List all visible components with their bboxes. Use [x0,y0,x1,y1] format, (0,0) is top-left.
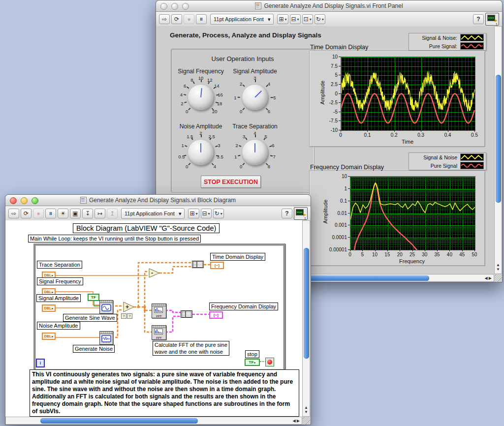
retain-wire-values-button[interactable]: ▣ [70,209,81,218]
font-selector[interactable]: 11pt Application Font ▾ [121,208,185,219]
scrollbar-arrows[interactable]: ◀ ▶ [292,419,300,424]
noise-amplitude-knob[interactable]: 00.511.522.533.54 [176,128,225,177]
y-tick-label: -2.5 [329,100,338,105]
close-button[interactable] [160,3,167,10]
vertical-scrollbar-thumb[interactable] [496,75,501,203]
generate-noise-subvi[interactable] [99,331,113,345]
terminal-label-signal-frequency[interactable]: Signal Frequency [37,277,83,285]
step-over-button[interactable]: ↦ [94,209,105,218]
run-button[interactable]: ⇨ [159,14,170,24]
y-tick-label: 0.00001 [329,247,347,252]
terminal-label-signal-amplitude[interactable]: Signal Amplitude [36,294,81,302]
freq-graph-title: Frequency Domain Display [310,164,384,171]
legend-label: Signal & Noise: [422,35,457,41]
time-domain-graph[interactable]: Amplitude Time 107.552.50-2.5-5-7.5-1000… [309,51,485,147]
x-tick-mark [437,249,438,251]
run-button[interactable]: ⇨ [8,209,19,218]
generate-noise-label[interactable]: Generate Noise [73,345,115,353]
font-selector-value: 11pt Application Font [214,16,264,22]
y-tick-mark [339,112,341,112]
build-array-node-time[interactable] [192,261,204,268]
abort-button[interactable]: ● [33,209,44,218]
highlight-execution-button[interactable]: ☀ [58,209,68,218]
run-continuous-button[interactable]: ⟳ [21,209,32,218]
generate-sine-wave-label[interactable]: Generate Sine Wave [63,314,117,322]
build-array-node-freq[interactable] [181,310,192,318]
freq-plot-area[interactable] [350,176,475,250]
x-tick-label: 0.1 [364,132,371,138]
horizontal-scrollbar[interactable]: ◀ ▶ [5,417,302,425]
true-constant[interactable]: TF [88,294,99,301]
knob-tick-label: 2 [181,101,183,106]
vertical-scrollbar[interactable]: ▲▼ [494,26,502,274]
align-objects-button[interactable]: ⊞▾ [188,209,199,218]
loop-condition-terminal[interactable] [265,358,274,366]
freq-graph-legend[interactable]: Signal & Noise Pure Signal [409,152,486,170]
align-objects-button[interactable]: ⊞▾ [277,14,288,24]
time-graph-legend[interactable]: Signal & Noise: Pure Signal: [409,33,486,51]
terminal-label-noise-amplitude[interactable]: Noise Amplitude [37,322,80,330]
close-button[interactable] [10,197,17,204]
x-tick-label: 0.4 [444,132,451,138]
step-into-button[interactable]: ↧ [82,209,93,218]
time-domain-display-terminal[interactable]: [~] [210,262,224,269]
resize-grip[interactable] [303,417,310,425]
frequency-domain-display-label[interactable]: Frequency Domain Display [209,303,278,310]
step-out-button[interactable]: ↥ [107,209,118,218]
vi-icon[interactable]: ➤ 1 [485,13,499,26]
block-diagram-window[interactable]: Generate Analyze And Display Signals.vi … [5,194,311,425]
fft-subvi-2[interactable]: FFT [152,325,166,340]
front-panel-titlebar[interactable]: Generate Analyze And Display Signals.vi … [156,0,502,12]
vertical-scrollbar[interactable]: ▲▼ [302,220,310,417]
add-node[interactable]: + [123,302,135,312]
generate-sine-wave-subvi[interactable] [99,300,113,314]
scrollbar-arrows[interactable]: ▲▼ [303,405,310,414]
block-diagram-titlebar[interactable]: Generate Analyze And Display Signals.vi … [5,195,311,206]
vi-icon[interactable]: ➤ 1 [294,207,308,220]
iteration-terminal[interactable]: i [36,359,45,367]
minimize-button[interactable] [21,197,28,204]
time-plot-area[interactable] [341,57,475,131]
dbl-terminal-signal-amplitude[interactable]: DBL▸ [42,304,56,312]
stop-execution-button[interactable]: STOP EXECUTION [201,176,261,188]
reorder-button[interactable]: ↻▾ [315,14,325,24]
frequency-domain-graph[interactable]: Amplitude Frequency 1010.10.010.0010.000… [309,171,485,266]
stop-label[interactable]: stop [245,350,259,358]
sine-icon [101,304,111,312]
zoom-button[interactable] [32,197,38,204]
y-tick-mark [348,213,350,213]
zoom-button[interactable] [182,3,189,10]
fft-subvi-1[interactable]: FFT [152,304,166,318]
font-selector[interactable]: 11pt Application Font ▾ [210,14,274,25]
subtract-node[interactable]: - [149,268,160,278]
distribute-objects-button[interactable]: ⊟▾ [290,14,301,24]
abort-button[interactable]: ● [184,14,194,24]
resize-grip[interactable] [495,274,502,282]
scrollbar-arrows[interactable]: ◀ ▶ [484,276,492,281]
help-button[interactable]: ? [473,14,484,24]
signal-frequency-knob[interactable]: 02468101214161820 [176,73,225,122]
scrollbar-arrows[interactable]: ▲▼ [495,263,502,272]
horizontal-scrollbar-thumb[interactable] [40,418,198,424]
minimize-button[interactable] [171,3,178,10]
frequency-domain-display-terminal[interactable]: [~] [209,311,223,319]
x-tick-mark [375,249,376,251]
signal-amplitude-knob[interactable]: 0123456 [230,73,280,122]
help-button[interactable]: ? [282,209,292,218]
terminal-label-trace-separation[interactable]: Trace Separation [37,261,82,269]
trace-separation-knob[interactable]: 012345678 [230,128,280,177]
stop-boolean-terminal[interactable]: TF▸ [245,359,260,366]
subvi-header [100,332,113,334]
pause-button[interactable]: II [196,14,207,24]
reorder-button[interactable]: ↻▾ [213,209,224,218]
y-tick-mark [339,75,341,75]
dbl-terminal-noise-amplitude[interactable]: DBL▸ [42,333,56,340]
block-diagram-content: Block Diagram (LabVIEW "G"-Source Code) … [5,220,302,417]
y-tick-label: 10 [342,174,347,179]
time-domain-display-label[interactable]: Time Domain Display [210,253,265,261]
distribute-objects-button[interactable]: ⊟▾ [201,209,212,218]
vertical-scrollbar-thumb[interactable] [304,248,309,359]
run-continuous-button[interactable]: ⟳ [171,14,182,24]
pause-button[interactable]: II [45,209,56,218]
resize-objects-button[interactable]: ⊡▾ [302,14,313,24]
